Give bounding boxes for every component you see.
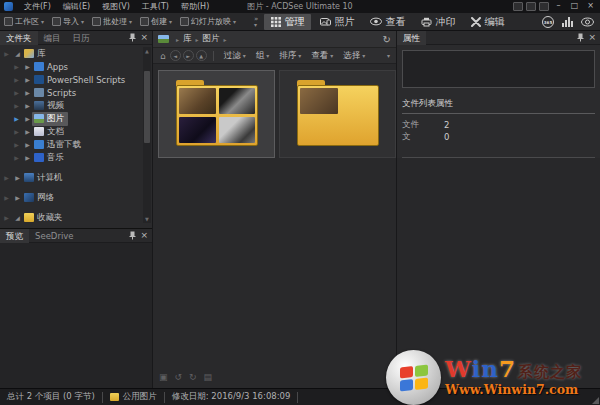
- tree-item-thunder-downloads[interactable]: ▶ ▶ 迅雷下载: [0, 138, 152, 151]
- forward-button[interactable]: ►: [183, 50, 194, 61]
- property-label: 文件: [402, 119, 444, 131]
- layout-toggle-3-button[interactable]: [539, 2, 549, 11]
- expander-icon[interactable]: ▶: [23, 115, 32, 122]
- mode-photos-button[interactable]: 照片: [313, 14, 361, 30]
- tab-calendar[interactable]: 日历: [67, 31, 96, 45]
- group-menu-button[interactable]: 组▾: [251, 50, 275, 62]
- menu-tools[interactable]: 工具(T): [136, 0, 175, 13]
- expander-icon[interactable]: ▶: [23, 102, 32, 109]
- toolbar-overflow-button[interactable]: » ▾: [254, 17, 258, 27]
- save-image-icon[interactable]: ▣: [159, 372, 168, 382]
- expander-icon[interactable]: ▶: [13, 194, 22, 201]
- breadcrumb-library[interactable]: 库: [183, 33, 192, 45]
- minimize-button[interactable]: –: [552, 1, 565, 12]
- expander-icon[interactable]: ▶: [23, 128, 32, 135]
- breadcrumb-pictures[interactable]: 图片: [203, 33, 220, 45]
- expander-icon[interactable]: ▶: [23, 154, 32, 161]
- menu-edit[interactable]: 编辑(E): [57, 0, 96, 13]
- easy-select-icon[interactable]: ▶: [0, 50, 13, 57]
- tree-scrollbar[interactable]: ▲ ▼: [143, 47, 151, 223]
- tab-folders[interactable]: 文件夹: [0, 31, 38, 45]
- easy-select-icon[interactable]: ▶: [10, 89, 23, 96]
- easy-select-icon[interactable]: ▶: [10, 63, 23, 70]
- pin-icon[interactable]: [577, 33, 584, 42]
- expander-icon[interactable]: ▶: [23, 141, 32, 148]
- batch-button[interactable]: 批处理 ▾: [88, 14, 136, 30]
- tree-item-videos[interactable]: ▶ ▶ 视频: [0, 99, 152, 112]
- tree-item-label: 文档: [47, 126, 64, 138]
- easy-select-icon[interactable]: ▶: [10, 102, 23, 109]
- view-menu-button[interactable]: 查看▾: [306, 50, 338, 62]
- easy-select-icon[interactable]: ▶: [0, 214, 13, 221]
- close-button[interactable]: ×: [584, 1, 597, 12]
- select-menu-button[interactable]: 选择▾: [338, 50, 370, 62]
- mobile-sync-eye-icon[interactable]: [581, 17, 594, 27]
- tree-item-pictures[interactable]: ▶ ▶ 图片: [0, 112, 152, 125]
- rotate-right-icon[interactable]: ↻: [189, 372, 197, 382]
- up-button[interactable]: ▲: [196, 50, 207, 61]
- easy-select-icon[interactable]: ▶: [10, 141, 23, 148]
- expander-icon[interactable]: ▶: [23, 89, 32, 96]
- close-icon[interactable]: ×: [140, 33, 148, 42]
- scroll-up-icon[interactable]: ▲: [143, 47, 151, 55]
- tree-item-documents[interactable]: ▶ ▶ 文档: [0, 125, 152, 138]
- menu-file[interactable]: 文件(F): [18, 0, 57, 13]
- tree-scrollbar-thumb[interactable]: [144, 71, 150, 143]
- easy-select-icon[interactable]: ▶: [0, 174, 13, 181]
- expander-icon[interactable]: ▶: [23, 63, 32, 70]
- easy-select-icon[interactable]: ▶: [10, 76, 23, 83]
- thumb-photo-1: [300, 88, 338, 114]
- layout-toggle-1-button[interactable]: [513, 2, 523, 11]
- mode-view-button[interactable]: 查看: [363, 14, 412, 30]
- tree-item-scripts[interactable]: ▶ ▶ Scripts: [0, 86, 152, 99]
- mode-manage-button[interactable]: 管理: [264, 14, 311, 30]
- easy-select-icon[interactable]: ▶: [10, 128, 23, 135]
- chevron-down-icon[interactable]: ▾: [387, 52, 392, 59]
- rotate-left-icon[interactable]: ↺: [175, 372, 183, 382]
- close-icon[interactable]: ×: [140, 231, 148, 240]
- pin-icon[interactable]: [129, 33, 136, 42]
- slideshow-button[interactable]: 幻灯片放映 ▾: [176, 14, 240, 30]
- acdsee-365-icon[interactable]: 365: [542, 16, 554, 28]
- folder-tile-1[interactable]: [158, 70, 275, 158]
- resize-grip[interactable]: [592, 397, 599, 404]
- expander-icon[interactable]: ▶: [13, 174, 22, 181]
- refresh-icon[interactable]: ↻: [383, 34, 391, 45]
- layout-toggle-2-button[interactable]: [526, 2, 536, 11]
- tree-item-network[interactable]: ▶ ▶ 网络: [0, 191, 152, 204]
- back-button[interactable]: ◄: [170, 50, 181, 61]
- tree-item-computer[interactable]: ▶ ▶ 计算机: [0, 171, 152, 184]
- folder-tile-2[interactable]: [279, 70, 396, 158]
- tree-item-library[interactable]: ▶ ◢ 库: [0, 47, 152, 60]
- pin-icon[interactable]: [129, 231, 136, 240]
- tree-item-favorites[interactable]: ▶ ◢ 收藏夹: [0, 211, 152, 224]
- expander-icon[interactable]: ◢: [13, 50, 22, 57]
- select-label: 选择: [343, 50, 360, 62]
- close-icon[interactable]: ×: [588, 33, 596, 42]
- easy-select-icon[interactable]: ▶: [10, 115, 23, 122]
- mode-edit-button[interactable]: 编辑: [464, 14, 511, 30]
- create-button[interactable]: 创建 ▾: [136, 14, 176, 30]
- expander-icon[interactable]: ◢: [13, 214, 22, 221]
- filmstrip-icon[interactable]: ▤: [204, 372, 213, 382]
- tab-seedrive[interactable]: SeeDrive: [29, 229, 80, 243]
- menu-help[interactable]: 帮助(H): [175, 0, 215, 13]
- tree-item-music[interactable]: ▶ ▶ 音乐: [0, 151, 152, 164]
- menu-view[interactable]: 视图(V): [96, 0, 136, 13]
- mode-develop-button[interactable]: 冲印: [414, 14, 462, 30]
- home-icon[interactable]: ⌂: [157, 51, 169, 61]
- dashboard-chart-icon[interactable]: [562, 17, 573, 27]
- scroll-down-icon[interactable]: ▼: [143, 215, 151, 223]
- easy-select-icon[interactable]: ▶: [0, 194, 13, 201]
- import-button[interactable]: 导入 ▾: [48, 14, 88, 30]
- filter-menu-button[interactable]: 过滤▾: [219, 50, 251, 62]
- expander-icon[interactable]: ▶: [23, 76, 32, 83]
- tree-item-apps[interactable]: ▶ ▶ Apps: [0, 60, 152, 73]
- sort-menu-button[interactable]: 排序▾: [274, 50, 306, 62]
- maximize-button[interactable]: □: [568, 1, 581, 12]
- workspace-button[interactable]: 工作区 ▾: [0, 14, 48, 30]
- tab-catalog[interactable]: 编目: [38, 31, 67, 45]
- tab-preview[interactable]: 预览: [0, 229, 29, 243]
- tree-item-powershell-scripts[interactable]: ▶ ▶ PowerShell Scripts: [0, 73, 152, 86]
- easy-select-icon[interactable]: ▶: [10, 154, 23, 161]
